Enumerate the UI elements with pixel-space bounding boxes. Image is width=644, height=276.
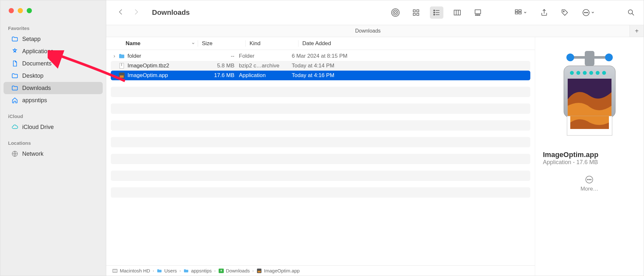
minimize-button[interactable]: [18, 8, 23, 13]
file-name: ImageOptim.app: [128, 72, 168, 79]
crumb-users[interactable]: Users: [156, 268, 177, 273]
tab-bar: Downloads +: [106, 25, 644, 37]
traffic-lights: [0, 8, 106, 24]
tab-downloads[interactable]: Downloads: [106, 25, 630, 37]
home-icon: [11, 97, 18, 104]
svg-point-49: [589, 71, 593, 75]
sidebar-item-desktop[interactable]: Desktop: [4, 70, 103, 82]
back-button[interactable]: [117, 8, 125, 18]
file-kind: bzip2 c…archive: [239, 63, 292, 69]
sidebar-item-label: Downloads: [22, 85, 51, 92]
sidebar-item-setapp[interactable]: Setapp: [4, 33, 103, 45]
preview-filename: ImageOptim.app: [543, 151, 598, 159]
svg-point-8: [434, 10, 435, 11]
file-rows: › folder -- Folder 6 Mar 2024 at 8:15 PM…: [106, 50, 535, 265]
folder-icon: [11, 72, 18, 79]
svg-rect-14: [454, 10, 460, 15]
view-icons-button[interactable]: [409, 6, 423, 19]
forward-button[interactable]: [132, 8, 140, 18]
svg-point-30: [628, 10, 632, 14]
group-button[interactable]: [511, 6, 530, 19]
col-date[interactable]: Date Added: [298, 40, 535, 47]
airdrop-button[interactable]: [389, 6, 402, 19]
svg-rect-24: [519, 12, 521, 14]
svg-rect-20: [479, 15, 480, 15]
svg-rect-37: [113, 270, 117, 272]
file-name: folder: [128, 53, 141, 59]
svg-point-58: [591, 179, 592, 180]
svg-rect-42: [570, 56, 609, 59]
svg-point-47: [576, 71, 580, 75]
file-row-archive[interactable]: ImageOptim.tbz2 5.8 MB bzip2 c…archive T…: [111, 61, 530, 71]
file-name: ImageOptim.tbz2: [128, 63, 169, 69]
svg-rect-35: [120, 75, 124, 78]
sidebar-item-icloud-drive[interactable]: iCloud Drive: [4, 121, 103, 133]
crumb-file[interactable]: ImageOptim.app: [256, 268, 300, 273]
svg-point-51: [602, 71, 606, 75]
file-size: --: [201, 53, 239, 59]
svg-rect-5: [417, 10, 419, 12]
svg-point-27: [584, 12, 585, 13]
sidebar: Favorites Setapp Applications Documents …: [0, 0, 106, 276]
svg-point-46: [570, 71, 574, 75]
toolbar: Downloads: [106, 0, 644, 25]
view-gallery-button[interactable]: [471, 6, 485, 19]
svg-rect-6: [413, 13, 415, 15]
location-title: Downloads: [152, 8, 190, 17]
file-row-app[interactable]: ImageOptim.app 17.6 MB Application Today…: [111, 71, 530, 80]
svg-point-56: [587, 179, 588, 180]
svg-rect-7: [417, 13, 419, 15]
svg-point-44: [605, 54, 613, 61]
sidebar-item-network[interactable]: Network: [4, 148, 103, 160]
file-row-folder[interactable]: › folder -- Folder 6 Mar 2024 at 8:15 PM: [111, 51, 530, 61]
tags-button[interactable]: [558, 6, 572, 19]
col-kind[interactable]: Kind: [245, 40, 298, 47]
column-headers: Name Size Kind Date Added: [106, 37, 535, 50]
svg-rect-19: [477, 15, 478, 15]
maximize-button[interactable]: [27, 8, 32, 13]
svg-point-10: [434, 12, 435, 13]
row-placeholder: [111, 104, 530, 114]
search-button[interactable]: [624, 6, 638, 19]
folder-icon: [11, 84, 18, 92]
svg-point-50: [596, 71, 600, 75]
crumb-disk[interactable]: Macintosh HD: [112, 268, 150, 273]
svg-point-28: [586, 12, 586, 13]
col-size[interactable]: Size: [198, 40, 245, 47]
crumb-downloads[interactable]: Downloads: [218, 268, 250, 273]
file-date: Today at 4:14 PM: [292, 63, 530, 69]
row-placeholder: [111, 137, 530, 147]
file-list-pane: Name Size Kind Date Added › folder -- Fo…: [106, 37, 535, 276]
col-name[interactable]: Name: [122, 40, 198, 47]
sidebar-item-label: Desktop: [22, 73, 43, 79]
svg-rect-21: [515, 10, 518, 11]
svg-point-25: [563, 11, 564, 12]
app-icon: [118, 72, 126, 79]
sidebar-item-downloads[interactable]: Downloads: [4, 82, 103, 94]
globe-icon: [11, 150, 18, 157]
row-placeholder: [111, 154, 530, 164]
more-button[interactable]: More…: [581, 175, 599, 192]
svg-rect-18: [475, 15, 476, 15]
close-button[interactable]: [9, 8, 14, 13]
file-size: 5.8 MB: [201, 63, 239, 69]
finder-window: Favorites Setapp Applications Documents …: [0, 0, 644, 276]
share-button[interactable]: [537, 6, 551, 19]
disclosure-icon[interactable]: ›: [111, 53, 118, 59]
folder-icon: [11, 35, 18, 43]
view-columns-button[interactable]: [450, 6, 464, 19]
crumb-home[interactable]: appsntips: [183, 268, 212, 273]
tab-add-button[interactable]: +: [630, 25, 644, 37]
file-kind: Folder: [239, 53, 292, 59]
svg-rect-33: [121, 63, 122, 66]
folder-icon: [118, 53, 126, 59]
view-list-button[interactable]: [430, 6, 443, 19]
sidebar-item-applications[interactable]: Applications: [4, 45, 103, 57]
svg-point-1: [394, 12, 397, 14]
sidebar-item-home[interactable]: appsntips: [4, 94, 103, 106]
file-date: 6 Mar 2024 at 8:15 PM: [292, 53, 530, 59]
file-size: 17.6 MB: [201, 72, 239, 79]
sidebar-item-documents[interactable]: Documents: [4, 57, 103, 70]
sidebar-item-label: Applications: [22, 48, 53, 55]
actions-button[interactable]: [579, 6, 598, 19]
